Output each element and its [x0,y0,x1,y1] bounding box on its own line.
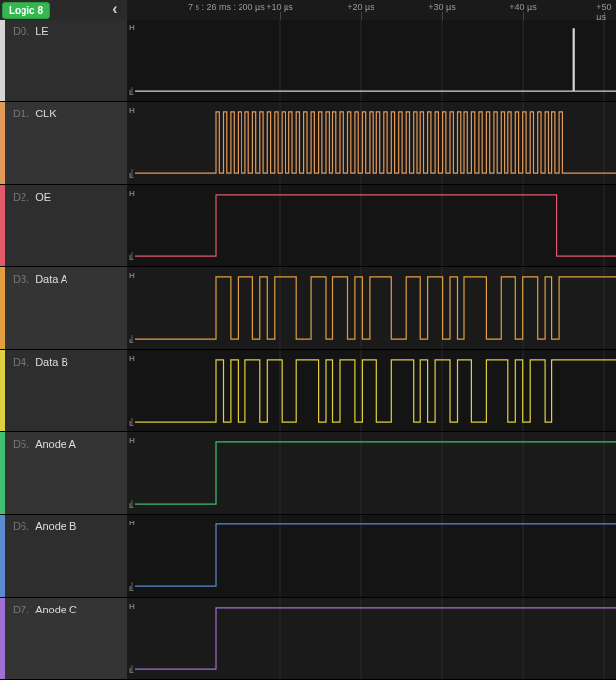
channel-id: D4. [13,356,29,426]
ruler-tick [280,12,281,20]
channel-label[interactable]: D4.Data B [5,350,127,431]
channel-id: D5. [13,438,29,508]
waveform-area[interactable]: HL [127,185,616,266]
channel-row: D5.Anode AHL [0,432,616,515]
ruler-tick [523,12,524,20]
channel-id: D7. [13,604,29,673]
signal-trace [135,29,616,91]
chevron-left-icon: ‹ [112,0,117,18]
ruler-tick-label: +30 µs [428,2,455,12]
waveform-area[interactable]: HL [127,20,616,101]
ruler-tick [442,12,443,20]
signal-trace [135,359,616,421]
signal-trace [135,112,616,173]
channel-name: Anode A [35,438,76,508]
ruler-tick-label: +50 µs [596,2,611,22]
waveform-svg [127,20,616,101]
channel-label[interactable]: D5.Anode A [5,432,127,514]
waveform-svg [127,432,616,514]
channel-label[interactable]: D6.Anode B [5,515,127,596]
channel-name: LE [35,25,48,95]
waveform-svg [127,350,616,431]
channel-label[interactable]: D1.CLK [5,102,127,183]
waveform-area[interactable]: HL [127,267,616,348]
waveform-svg [127,267,616,348]
channel-name: Anode C [35,604,77,673]
signal-trace [135,195,616,256]
signal-trace [135,524,616,586]
collapse-sidebar-button[interactable]: ‹ [108,1,123,17]
channel-label[interactable]: D2.OE [5,185,127,266]
channel-row: D7.Anode CHL [0,598,616,680]
waveform-area[interactable]: HL [127,432,616,514]
waveform-area[interactable]: HL [127,350,616,431]
channel-id: D0. [13,25,29,95]
channel-name: Data B [35,356,68,426]
channel-name: OE [35,191,51,260]
waveform-area[interactable]: HL [127,102,616,183]
channel-id: D1. [13,108,29,177]
ruler-tick-label: +20 µs [347,2,374,12]
channel-row: D1.CLKHL [0,102,616,184]
channel-rows: D0.LEHLD1.CLKHLD2.OEHLD3.Data AHLD4.Data… [0,20,616,680]
waveform-area[interactable]: HL [127,598,616,679]
channel-id: D2. [13,191,29,260]
waveform-svg [127,185,616,266]
device-badge[interactable]: Logic 8 [2,2,50,19]
ruler-tick [361,12,362,20]
sidebar-header: Logic 8 ‹ [0,0,127,20]
channel-name: Anode B [35,521,76,590]
waveform-svg [127,102,616,183]
channel-row: D0.LEHL [0,20,616,102]
channel-name: Data A [35,273,67,342]
ruler-tick-label: +40 µs [509,2,536,12]
signal-trace [135,277,616,339]
time-ruler[interactable]: 7 s : 26 ms : 200 µs +10 µs+20 µs+30 µs+… [127,0,616,20]
channel-id: D3. [13,273,29,342]
channel-label[interactable]: D0.LE [5,20,127,101]
channel-label[interactable]: D3.Data A [5,267,127,348]
channel-row: D6.Anode BHL [0,515,616,597]
signal-trace [135,442,616,504]
channel-row: D2.OEHL [0,185,616,267]
ruler-tick-label: +10 µs [266,2,292,12]
waveform-svg [127,598,616,679]
timebase-readout: 7 s : 26 ms : 200 µs [188,2,265,12]
channel-id: D6. [13,521,29,590]
waveform-svg [127,515,616,596]
channel-row: D3.Data AHL [0,267,616,349]
channel-label[interactable]: D7.Anode C [5,598,127,679]
signal-trace [135,608,616,669]
waveform-area[interactable]: HL [127,515,616,596]
channel-name: CLK [35,108,56,177]
channel-row: D4.Data BHL [0,350,616,432]
